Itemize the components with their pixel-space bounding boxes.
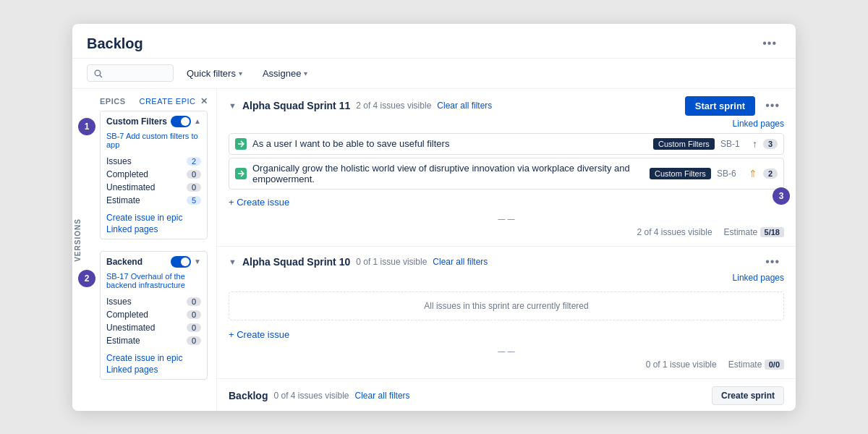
sprint-more-button-11[interactable]: ••• — [761, 98, 784, 114]
unestimated-badge-1: 0 — [187, 183, 201, 192]
epic-item-backend: Backend ▼ SB-17 Overhaul of the backend … — [100, 251, 208, 380]
create-issue-10[interactable]: + Create issue — [217, 325, 796, 346]
completed-badge-1: 0 — [187, 170, 201, 179]
app-window: Backlog ••• Quick filters ▾ Assignee ▾ — [72, 24, 796, 411]
stat-row: Unestimated 0 — [106, 321, 201, 334]
all-filtered-message: All issues in this sprint are currently … — [229, 292, 784, 320]
issue-id-2: SB-6 — [717, 169, 743, 179]
issues-badge-2: 0 — [187, 297, 201, 306]
clear-filters-11[interactable]: Clear all filters — [437, 101, 492, 111]
issue-type-icon — [235, 138, 247, 150]
versions-tab: VERSIONS — [74, 218, 82, 262]
sprint-header-right: Start sprint ••• — [685, 96, 784, 116]
collapse-sprint-10[interactable]: ▼ — [229, 258, 237, 266]
epic-toggle-1[interactable] — [171, 116, 191, 127]
quick-filters-button[interactable]: Quick filters ▾ — [179, 64, 250, 82]
annotation-1: 1 — [78, 118, 95, 135]
sprint-header-left-10: ▼ Alpha Squad Sprint 10 0 of 1 issue vis… — [229, 256, 488, 268]
priority-medium-icon: ⇑ — [749, 168, 757, 179]
svg-point-0 — [95, 70, 101, 76]
search-input[interactable] — [107, 68, 165, 78]
issues-badge-1: 2 — [187, 157, 201, 166]
issue-type-icon — [235, 168, 247, 179]
assignee-filter-button[interactable]: Assignee ▾ — [255, 64, 315, 82]
estimate-badge-2: 0 — [187, 336, 201, 345]
epic-item-header-1[interactable]: Custom Filters ▲ — [101, 111, 207, 132]
stat-row: Issues 0 — [106, 295, 201, 308]
epic-subtitle-1: SB-7 Add custom filters to app — [101, 132, 207, 152]
sprint-section-10: ▼ Alpha Squad Sprint 10 0 of 1 issue vis… — [217, 247, 796, 379]
linked-pages-link-2[interactable]: Linked pages — [106, 365, 201, 375]
main-layout: VERSIONS EPICS Create epic ✕ Cust — [72, 89, 796, 411]
svg-line-1 — [100, 75, 102, 77]
sprint-footer-10: 0 of 1 issue visible Estimate 0/0 — [217, 357, 796, 375]
chevron-down-icon: ▾ — [304, 69, 307, 77]
linked-pages-link-1[interactable]: Linked pages — [106, 224, 201, 234]
sprint-title-10: Alpha Squad Sprint 10 — [242, 256, 350, 268]
search-box[interactable] — [87, 64, 174, 82]
stat-row: Estimate 0 — [106, 334, 201, 347]
priority-high-icon: ↑ — [752, 138, 757, 150]
issue-title-1: As a user I want to be able to save usef… — [252, 138, 647, 149]
chevron-icon-1: ▲ — [194, 117, 201, 125]
collapse-sprint-11[interactable]: ▼ — [229, 101, 237, 110]
sprint-section-11: ▼ Alpha Squad Sprint 11 2 of 4 issues vi… — [217, 89, 796, 247]
epic-item-custom-filters: Custom Filters ▲ SB-7 Add custom filters… — [100, 111, 208, 239]
create-issue-in-epic-link-1[interactable]: Create issue in epic — [106, 213, 201, 223]
stat-row: Issues 2 — [106, 155, 201, 168]
epic-subtitle-2: SB-17 Overhaul of the backend infrastruc… — [101, 272, 207, 292]
backlog-section: Backlog 0 of 4 issues visible Clear all … — [217, 379, 796, 411]
issue-tag-1: Custom Filters — [653, 138, 715, 150]
issue-id-1: SB-1 — [720, 139, 746, 149]
annotation-3: 3 — [773, 187, 790, 205]
toolbar: Quick filters ▾ Assignee ▾ — [72, 59, 796, 89]
stat-row: Estimate 5 — [106, 194, 201, 207]
chevron-down-icon: ▾ — [239, 69, 242, 77]
epic-stats-2: Issues 0 Completed 0 Unestimated 0 — [101, 292, 207, 350]
more-options-button[interactable]: ••• — [758, 35, 781, 51]
estimate-value-10: 0/0 — [765, 359, 784, 370]
create-issue-11[interactable]: + Create issue — [217, 192, 796, 213]
epic-name-2: Backend — [106, 257, 142, 267]
sidebar-header-actions: Create epic ✕ — [139, 96, 208, 106]
search-icon — [93, 69, 103, 78]
collapse-bar-11[interactable]: — — — [217, 213, 796, 224]
sprint-header-right-10: ••• — [761, 254, 784, 270]
estimate-value-11: 5/18 — [760, 227, 784, 237]
sprint-footer-11: 2 of 4 issues visible Estimate 5/18 — [217, 224, 796, 243]
epic-section-2: Backend ▼ SB-17 Overhaul of the backend … — [85, 251, 216, 391]
backlog-title: Backlog — [229, 390, 268, 401]
sprint-more-button-10[interactable]: ••• — [761, 254, 784, 270]
linked-pages-sprint-11[interactable]: Linked pages — [217, 119, 796, 133]
sprint-header-11: ▼ Alpha Squad Sprint 11 2 of 4 issues vi… — [217, 89, 796, 119]
footer-visible-10: 0 of 1 issue visible — [646, 359, 717, 370]
content-area: ▼ Alpha Squad Sprint 11 2 of 4 issues vi… — [217, 89, 796, 411]
close-icon[interactable]: ✕ — [200, 96, 208, 106]
clear-filters-10[interactable]: Clear all filters — [433, 257, 488, 267]
create-issue-in-epic-link-2[interactable]: Create issue in epic — [106, 353, 201, 363]
sprint-meta-11: 2 of 4 issues visible — [356, 101, 431, 111]
linked-pages-sprint-10[interactable]: Linked pages — [217, 273, 796, 287]
story-points-1: 3 — [763, 139, 778, 149]
collapse-bar-10[interactable]: — — — [217, 346, 796, 357]
epic-toggle-2[interactable] — [171, 256, 191, 268]
create-epic-link[interactable]: Create epic — [139, 97, 195, 106]
issue-title-2: Organically grow the holistic world view… — [252, 163, 644, 184]
epic-item-header-2[interactable]: Backend ▼ — [101, 252, 207, 272]
epic-stats-1: Issues 2 Completed 0 Unestimated 0 — [101, 152, 207, 210]
sprint-header-10: ▼ Alpha Squad Sprint 10 0 of 1 issue vis… — [217, 247, 796, 273]
top-bar: Backlog ••• — [72, 24, 796, 59]
create-sprint-button[interactable]: Create sprint — [712, 386, 784, 405]
annotation-2: 2 — [78, 270, 95, 287]
estimate-badge-1: 5 — [187, 196, 201, 205]
epic-section-1: Custom Filters ▲ SB-7 Add custom filters… — [85, 111, 216, 251]
backlog-visible: 0 of 4 issues visible — [273, 391, 349, 401]
stat-row: Completed 0 — [106, 168, 201, 181]
completed-badge-2: 0 — [187, 310, 201, 319]
sidebar: VERSIONS EPICS Create epic ✕ Cust — [72, 89, 217, 411]
stat-row: Unestimated 0 — [106, 181, 201, 194]
backlog-clear-filters[interactable]: Clear all filters — [355, 391, 410, 401]
stat-row: Completed 0 — [106, 308, 201, 321]
issue-tag-2: Custom Filters — [650, 168, 711, 179]
start-sprint-button[interactable]: Start sprint — [685, 96, 755, 116]
